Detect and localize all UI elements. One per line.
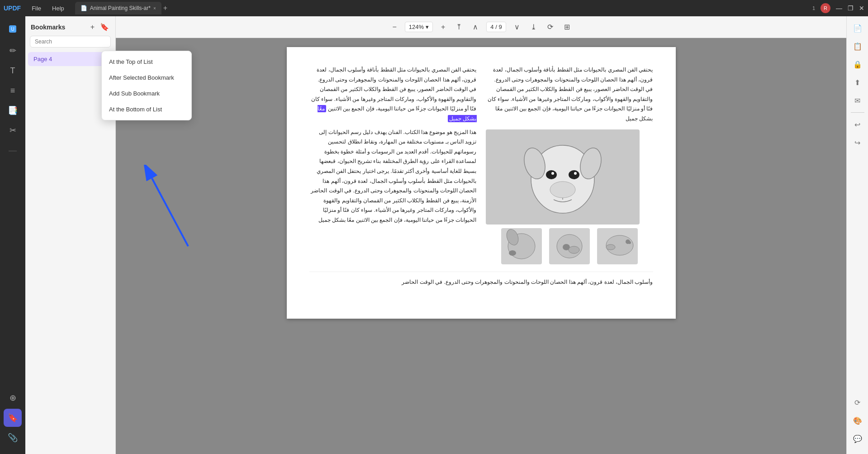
tab-label: Animal Painting Skills-ar*	[90, 5, 151, 11]
svg-point-23	[606, 244, 615, 250]
right-redo-icon[interactable]: ↪	[849, 134, 866, 151]
search-input[interactable]	[30, 36, 111, 48]
close-btn[interactable]: ✕	[859, 5, 864, 12]
search-box	[30, 36, 111, 48]
blue-arrow-annotation	[143, 165, 197, 255]
layers-icon-btn[interactable]: ⊕	[4, 389, 22, 407]
right-sidebar-divider	[851, 112, 864, 113]
svg-point-9	[551, 172, 554, 175]
pdf-left-col: يحتفي الفن المصري بالحيوانات مثل القطط ب…	[309, 65, 477, 264]
zoom-dropdown-icon: ▾	[426, 24, 429, 30]
svg-text:U: U	[11, 27, 14, 32]
menu-help[interactable]: Help	[48, 4, 68, 13]
dog-face-svg	[522, 136, 603, 218]
right-palette-icon[interactable]: 🎨	[849, 412, 866, 429]
bookmark-settings-icon[interactable]: 🔖	[99, 22, 110, 32]
scissors-icon-btn[interactable]: ✂	[4, 121, 22, 139]
zoom-level: 124%	[409, 24, 424, 30]
top-bar: UPDF File Help 📄 Animal Painting Skills-…	[0, 0, 868, 16]
next-bottom-btn[interactable]: ⤓	[528, 21, 539, 33]
page-icon-btn[interactable]: 📑	[4, 101, 22, 119]
right-sidebar-bottom: ⟳ 🎨 💬	[849, 394, 866, 450]
bookmarks-panel: Bookmarks + 🔖 Page 4 At the Top of List …	[25, 16, 116, 454]
right-sidebar: 📄 📋 🔒 ⬆ ✉ ↩ ↪ ⟳ 🎨 💬	[846, 16, 868, 454]
svg-point-16	[509, 250, 516, 256]
right-refresh-icon[interactable]: ⟳	[849, 394, 866, 411]
prev-btn[interactable]: ∧	[470, 21, 481, 33]
right-upload-icon[interactable]: ⬆	[849, 74, 866, 91]
tab-close-btn[interactable]: ×	[153, 6, 156, 11]
sketch-3	[597, 228, 638, 264]
pdf-text-left2: هذا المزيج هو موضوع هذا الكتاب. الفنان ي…	[309, 128, 477, 225]
right-lock-icon[interactable]: 🔒	[849, 56, 866, 72]
tab-bar: 📄 Animal Painting Skills-ar* × +	[71, 2, 809, 14]
panel-title: Bookmarks	[31, 24, 86, 31]
sketch-1	[501, 228, 542, 264]
svg-point-13	[550, 182, 575, 198]
list-icon-btn[interactable]: ≡	[4, 81, 22, 100]
pdf-bottom-text: وأسلوب الجمال، لعدة قرون، ألهم هذا الحصا…	[309, 272, 653, 287]
dog-illustration	[486, 129, 640, 225]
attachment-icon-btn[interactable]: 📎	[4, 429, 22, 447]
svg-point-19	[569, 246, 579, 253]
svg-line-3	[152, 178, 188, 246]
tab-icon: 📄	[81, 5, 87, 11]
edit-icon-btn[interactable]: ✏	[4, 42, 22, 60]
center-panel: − 124% ▾ + ⤒ ∧ 4 / 9 ∨ ⤓ ⟳ ⊞	[116, 16, 846, 454]
left-icon-sidebar: U ✏ T ≡ 📑 ✂ — ⊕ 🔖 📎	[0, 16, 25, 454]
bookmark-item-page4[interactable]: Page 4	[28, 52, 113, 66]
page-display: 4 / 9	[486, 22, 506, 32]
new-tab-btn[interactable]: +	[163, 4, 167, 12]
grid-btn[interactable]: ⊞	[561, 21, 573, 33]
updf-logo: UPDF	[4, 5, 21, 12]
pdf-two-col: يحتفي الفن المصري بالحيوانات مثل القطط ب…	[309, 65, 653, 264]
home-icon-btn[interactable]: U	[4, 20, 22, 38]
repeat-btn[interactable]: ⟳	[545, 21, 556, 33]
main-layout: U ✏ T ≡ 📑 ✂ — ⊕ 🔖 📎 Bookmarks + 🔖 Page 4…	[0, 16, 868, 454]
zoom-display[interactable]: 124% ▾	[405, 22, 433, 32]
svg-point-8	[569, 170, 579, 179]
maximize-btn[interactable]: ❐	[848, 5, 854, 12]
right-undo-icon[interactable]: ↩	[849, 116, 866, 133]
svg-point-7	[546, 170, 557, 179]
sketch-2	[549, 228, 590, 264]
pdf-text-left: يحتفي الفن المصري بالحيوانات مثل القطط ب…	[309, 65, 477, 124]
right-clipboard-icon[interactable]: 📋	[849, 38, 866, 54]
version-label: 1	[812, 5, 815, 11]
divider-icon-btn: —	[4, 141, 22, 159]
page-info: 4 / 9	[490, 24, 502, 30]
user-avatar: R	[821, 3, 830, 13]
panel-header: Bookmarks + 🔖	[25, 16, 115, 36]
menu-item-add-sub[interactable]: Add Sub Bookmark	[102, 86, 191, 101]
zoom-out-btn[interactable]: −	[389, 21, 399, 33]
menu-item-bottom-of-list[interactable]: At the Bottom of List	[102, 101, 191, 117]
menu-item-top-of-list[interactable]: At the Top of List	[102, 54, 191, 70]
sketches-row	[486, 228, 653, 264]
menu-item-after-selected[interactable]: After Selected Bookmark	[102, 70, 191, 86]
pdf-area[interactable]: يحتفي الفن المصري بالحيوانات مثل القطط ب…	[116, 38, 846, 454]
window-controls: 1 R — ❐ ✕	[812, 3, 864, 13]
bookmark-icon-btn[interactable]: 🔖	[4, 409, 22, 427]
tab-animal-painting[interactable]: 📄 Animal Painting Skills-ar* ×	[75, 2, 161, 14]
pdf-text-right: يحتفي الفن المصري بالحيوانات مثل القطط ب…	[486, 65, 653, 124]
zoom-in-btn[interactable]: +	[438, 21, 448, 33]
svg-point-22	[628, 241, 631, 244]
text-icon-btn[interactable]: T	[4, 62, 22, 80]
icon-sidebar-bottom: ⊕ 🔖 📎	[4, 389, 22, 450]
prev-top-btn[interactable]: ⤒	[453, 21, 465, 33]
toolbar: − 124% ▾ + ⤒ ∧ 4 / 9 ∨ ⤓ ⟳ ⊞	[116, 16, 846, 38]
menu-file[interactable]: File	[28, 4, 45, 13]
next-btn[interactable]: ∨	[512, 21, 522, 33]
pdf-right-col: يحتفي الفن المصري بالحيوانات مثل القطط ب…	[486, 65, 653, 264]
add-bookmark-btn[interactable]: +	[90, 22, 95, 32]
right-mail-icon[interactable]: ✉	[849, 92, 866, 109]
pdf-page: يحتفي الفن المصري بالحيوانات مثل القطط ب…	[287, 47, 676, 319]
minimize-btn[interactable]: —	[836, 5, 842, 12]
context-menu: At the Top of List After Selected Bookma…	[101, 51, 192, 120]
right-chat-icon[interactable]: 💬	[849, 430, 866, 447]
right-doc-icon[interactable]: 📄	[849, 20, 866, 36]
svg-point-10	[574, 172, 577, 175]
